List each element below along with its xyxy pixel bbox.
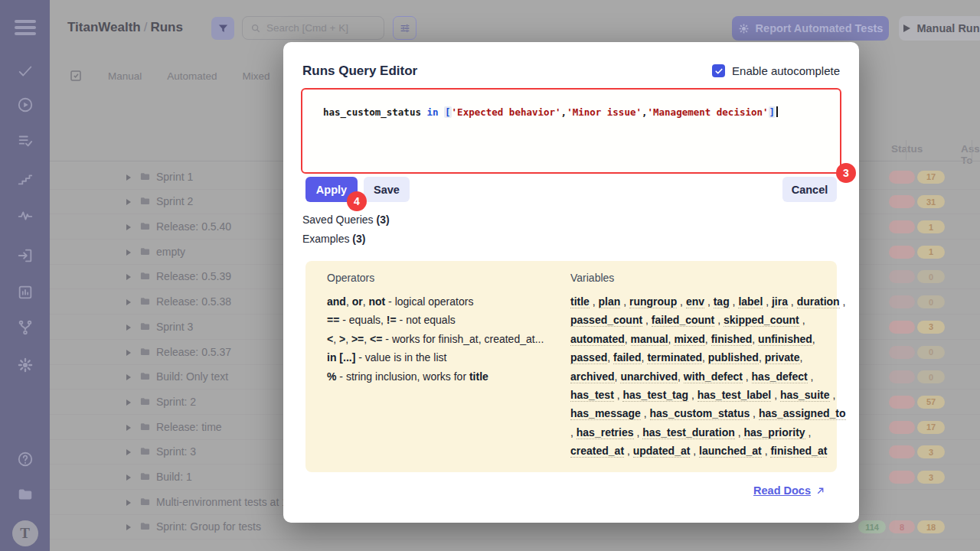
operators-heading: Operators [327,272,560,284]
run-title[interactable]: Build: 1 [156,471,192,483]
expand-caret-icon[interactable] [126,274,131,280]
sidebar-item-gear[interactable] [0,357,50,377]
steps-icon [17,171,34,191]
cancel-button[interactable]: Cancel [782,177,837,202]
sidebar-item-import[interactable] [0,247,50,267]
sidebar-item-menu[interactable] [0,17,50,38]
help-icon [17,451,34,471]
query-help-panel: Operators and, or, not - logical operato… [305,261,837,472]
variable-help-line: , has_retries , has_test_duration , has_… [570,423,823,442]
play-circle-icon [17,96,34,116]
sidebar-item-play-circle[interactable] [0,96,50,116]
operator-help-line: and, or, not - logical operators [327,292,560,311]
run-title[interactable]: Release: time [156,421,222,433]
enable-autocomplete-checkbox[interactable] [712,64,725,77]
run-title[interactable]: Build: Only text [156,370,228,383]
text-cursor [776,106,778,117]
failed-count-badge [889,246,915,259]
run-title[interactable]: Sprint: Group for tests [156,520,261,533]
folder-icon [139,270,152,285]
variable-help-line: has_test , has_test_tag , has_test_label… [570,386,823,404]
run-title[interactable]: Sprint 2 [156,195,193,207]
skipped-count-badge: 1 [917,220,945,233]
run-title[interactable]: Release: 0.5.38 [156,295,231,308]
run-title[interactable]: Release: 0.5.39 [156,270,231,282]
sidebar-item-check[interactable] [0,63,50,83]
expand-caret-icon[interactable] [126,449,131,455]
expand-caret-icon[interactable] [126,199,131,205]
folder-icon [139,246,152,260]
expand-caret-icon[interactable] [126,474,131,481]
read-docs-label: Read Docs [753,484,811,497]
skipped-count-badge: 3 [917,321,945,334]
expand-caret-icon[interactable] [126,374,131,380]
sidebar-item-branch[interactable] [0,319,50,339]
expand-caret-icon[interactable] [126,425,131,431]
saved-queries-toggle[interactable]: Saved Queries (3) [302,214,390,226]
run-title[interactable]: Sprint 1 [156,171,193,183]
variable-help-line: archived, unarchived, with_defect , has_… [570,367,823,386]
run-title[interactable]: Sprint 3 [156,321,193,333]
expand-caret-icon[interactable] [126,249,131,256]
operator-help-line: % - string inclusion, works for title [327,367,560,386]
failed-count-badge [889,171,915,184]
skipped-count-badge: 3 [917,471,945,484]
query-text: has_custom_status in ['Expected behavior… [323,106,778,118]
run-title[interactable]: Sprint: 2 [156,396,196,408]
list-check-icon [17,132,34,152]
expand-caret-icon[interactable] [126,324,131,331]
passed-count-badge: 114 [858,520,886,533]
branch-icon [17,319,34,339]
expand-caret-icon[interactable] [126,399,131,406]
sidebar-item-folder[interactable] [0,486,50,506]
variable-help-line: automated, manual, mixed, finished, unfi… [570,330,823,348]
folder-icon [139,295,152,310]
expand-caret-icon[interactable] [126,299,131,305]
external-link-icon [815,486,825,496]
failed-count-badge [889,270,915,283]
run-title[interactable]: Sprint: 3 [156,445,196,458]
failed-count-badge [889,421,915,434]
expand-caret-icon[interactable] [126,224,131,230]
expand-caret-icon[interactable] [126,174,131,181]
failed-count-badge: 8 [889,520,915,533]
run-title[interactable]: Release: 0.5.40 [156,220,231,233]
skipped-count-badge: 17 [917,421,945,434]
sidebar-item-help[interactable] [0,451,50,471]
query-editor[interactable]: has_custom_status in ['Expected behavior… [301,88,841,174]
activity-icon [17,207,34,227]
folder-icon [139,370,152,385]
expand-caret-icon[interactable] [126,524,131,530]
variable-help-line: title , plan , rungroup , env , tag , la… [570,292,823,311]
row-divider [50,539,980,540]
sidebar-item-list-check[interactable] [0,132,50,152]
run-title[interactable]: Release: 0.5.37 [156,346,231,358]
sidebar-item-steps[interactable] [0,171,50,191]
examples-toggle[interactable]: Examples (3) [302,233,365,245]
sidebar-item-bar-chart[interactable] [0,284,50,304]
skipped-count-badge: 3 [917,445,945,458]
run-title[interactable]: empty [156,246,185,258]
expand-caret-icon[interactable] [126,500,131,506]
check-icon [714,67,724,76]
read-docs-link[interactable]: Read Docs [753,484,825,497]
menu-icon [15,17,36,38]
failed-count-badge [889,195,915,208]
folder-icon [139,520,152,535]
failed-count-badge [889,471,915,484]
folder-icon [139,496,152,510]
check-icon [17,63,34,83]
save-button[interactable]: Save [364,177,410,202]
sidebar-item-activity[interactable] [0,207,50,227]
enable-autocomplete-label: Enable autocomplete [732,64,840,77]
examples-label: Examples [302,233,349,245]
failed-count-badge [889,346,915,359]
skipped-count-badge: 17 [917,171,945,184]
expand-caret-icon[interactable] [126,350,131,356]
runs-query-editor-modal: Runs Query Editor Enable autocomplete ha… [283,42,859,523]
examples-count: (3) [352,233,365,245]
skipped-count-badge: 57 [917,396,945,409]
saved-queries-label: Saved Queries [302,214,374,226]
operator-help-line: <, >, >=, <= - works for finish_at, crea… [327,330,560,348]
folder-icon [139,445,152,460]
